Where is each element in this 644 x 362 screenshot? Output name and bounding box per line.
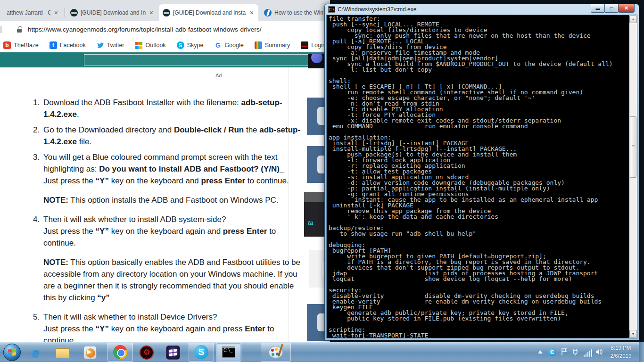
google-g-icon: G	[214, 41, 222, 49]
taskbar-skype-running[interactable]: S	[189, 343, 214, 362]
facebook-icon: f	[50, 41, 57, 49]
scroll-down-arrow[interactable]: ▼	[629, 330, 637, 338]
taskbar-chrome-running[interactable]	[107, 343, 133, 362]
clock-date: 2/6/2019	[606, 352, 636, 360]
thewindowsclub-favicon	[264, 9, 272, 16]
note-text: NOTE: This option basically enables the …	[43, 258, 303, 302]
show-hidden-icons-arrow[interactable]	[538, 350, 543, 354]
article-step-3: 3.You will get a Blue coloured command p…	[33, 151, 303, 187]
bookmark-google[interactable]: GGoogle	[214, 41, 243, 49]
scroll-up-arrow[interactable]: ▲	[629, 15, 637, 23]
step-text: Download the ADB Fastboot Installer with…	[43, 98, 282, 119]
tab-close-icon[interactable]: ×	[249, 9, 255, 16]
ad-label: Ad	[215, 73, 222, 78]
toms-hardware-icon	[301, 41, 308, 49]
bookmark-facebook[interactable]: fFacebook	[50, 41, 86, 49]
bookmarks-bar: bTheBlaze fFacebook Twitter Outlook SSky…	[0, 38, 330, 52]
microsoft-squares-icon	[135, 41, 143, 49]
step-text: Then it will ask whether to install ADB …	[43, 215, 278, 247]
window-controls: ▬ ▢ ✕	[591, 4, 635, 13]
taskbar-red-gear-app[interactable]: ⚙	[139, 345, 155, 361]
taskbar-windows-app[interactable]	[165, 345, 181, 361]
cmd-icon: C:\	[328, 6, 335, 13]
list-number: 1.	[33, 97, 40, 108]
article-step-2: 2.Go to the Downloaded directory and Dou…	[33, 124, 303, 148]
windows-flag-app-icon	[166, 346, 180, 360]
cmd-window[interactable]: C:\ C:\Windows\system32\cmd.exe ▬ ▢ ✕ fi…	[324, 4, 639, 340]
bookmark-summary[interactable]: Summary	[255, 41, 290, 49]
article-step-1: 1.Download the ADB Fastboot Installer wi…	[33, 97, 303, 120]
page-viewport: Ad 1.Download the ADB Fastboot Installer…	[0, 52, 330, 342]
tab-guide-2-active[interactable]: [GUIDE] Download and Insta ×	[159, 4, 258, 21]
cyanogenmod-favicon	[163, 9, 170, 16]
volume-icon[interactable]	[595, 348, 603, 358]
scrollbar-thumb[interactable]	[630, 116, 636, 178]
tab-outlook-mail[interactable]: atthew Jarrard - Ou ×	[0, 4, 63, 21]
power-plug-icon[interactable]	[571, 348, 579, 358]
show-desktop-button[interactable]	[639, 342, 644, 362]
bookmark-twitter[interactable]: Twitter	[97, 41, 124, 49]
tray-c-app-icon[interactable]: C	[548, 348, 556, 356]
chrome-icon	[113, 345, 127, 359]
article-step-5: 5.Then it will ask whether to install De…	[33, 311, 303, 342]
media-player-icon	[83, 346, 97, 359]
bookmark-outlook[interactable]: Outlook	[135, 41, 166, 49]
article-note-2: NOTE: This option basically enables the …	[33, 256, 303, 304]
paint-palette-icon	[269, 346, 283, 358]
minimize-button[interactable]: ▬	[591, 4, 605, 13]
close-button[interactable]: ✕	[618, 4, 635, 13]
taskbar-cmd-active[interactable]: C:\_	[216, 343, 241, 362]
red-gear-app-icon: ⚙	[140, 346, 154, 360]
desktop: atthew Jarrard - Ou × [GUIDE] Download a…	[0, 0, 644, 362]
start-button[interactable]	[3, 344, 21, 361]
console-scrollbar[interactable]: ▲ ▼	[629, 15, 637, 338]
bookmark-theblaze[interactable]: bTheBlaze	[3, 41, 39, 49]
maximize-button[interactable]: ▢	[604, 4, 619, 13]
tab-guide-1[interactable]: [GUIDE] Download and Insta ×	[66, 4, 158, 21]
cmd-window-title: C:\Windows\system32\cmd.exe	[338, 6, 416, 13]
bookmark-label: Twitter	[107, 42, 124, 49]
article-step-4: 4.Then it will ask whether to install AD…	[33, 214, 303, 249]
list-number: 4.	[33, 214, 40, 225]
twitter-bird-icon	[97, 41, 104, 49]
tab-title: [GUIDE] Download and Insta	[173, 9, 246, 16]
console-text: file transfer: push [--sync] LOCAL... RE…	[327, 15, 629, 338]
step-text: Then it will ask whether to install Devi…	[43, 313, 276, 342]
tab-close-icon[interactable]: ×	[53, 9, 59, 16]
list-number: 5.	[33, 311, 40, 323]
bookmark-label: Outlook	[146, 42, 166, 49]
browser-toolbar: https://www.cyanogenmods.org/forums/topi…	[0, 21, 330, 38]
note-text: NOTE: This option installs the ADB and F…	[43, 196, 279, 205]
taskbar-internet-explorer[interactable]: e	[27, 345, 43, 361]
taskbar-file-explorer[interactable]	[55, 345, 71, 361]
clipped-toolbar-button[interactable]	[0, 26, 2, 33]
cmd-icon: C:\_	[222, 346, 235, 358]
summary-icon	[255, 41, 262, 49]
step-text: You will get a Blue coloured command pro…	[43, 153, 289, 185]
taskbar: e ⚙ S C:\_ C 8:19 PM 2/6/2019	[0, 342, 644, 362]
bookmark-label: Facebook	[60, 42, 86, 49]
article-note-1: NOTE: This option installs the ADB and F…	[33, 194, 303, 206]
clock-time: 8:19 PM	[606, 344, 636, 352]
taskbar-media-player[interactable]	[82, 345, 98, 361]
action-center-flag-icon[interactable]	[561, 348, 568, 358]
list-number: 2.	[33, 124, 40, 136]
tab-close-icon[interactable]: ×	[149, 9, 154, 16]
tab-strip: atthew Jarrard - Ou × [GUIDE] Download a…	[0, 0, 330, 21]
bookmark-label: Skype	[187, 42, 204, 49]
address-bar[interactable]: https://www.cyanogenmods.org/forums/topi…	[28, 26, 262, 33]
taskbar-paint-running[interactable]	[261, 343, 291, 362]
tab-windowsclub[interactable]: How to use the Win	[260, 4, 330, 21]
site-search-input[interactable]	[84, 54, 330, 66]
list-number: 3.	[33, 151, 40, 163]
chrome-browser-window: atthew Jarrard - Ou × [GUIDE] Download a…	[0, 0, 330, 342]
taskbar-clock[interactable]: 8:19 PM 2/6/2019	[606, 344, 636, 360]
internet-explorer-icon: e	[32, 346, 39, 360]
bookmark-label: Summary	[265, 42, 290, 49]
avatar	[308, 54, 325, 68]
network-signal-icon[interactable]	[584, 349, 593, 357]
tab-title: atthew Jarrard - Ou	[7, 9, 50, 16]
padlock-icon[interactable]	[17, 29, 22, 33]
skype-icon: S	[177, 41, 184, 49]
bookmark-skype[interactable]: SSkype	[177, 41, 204, 49]
